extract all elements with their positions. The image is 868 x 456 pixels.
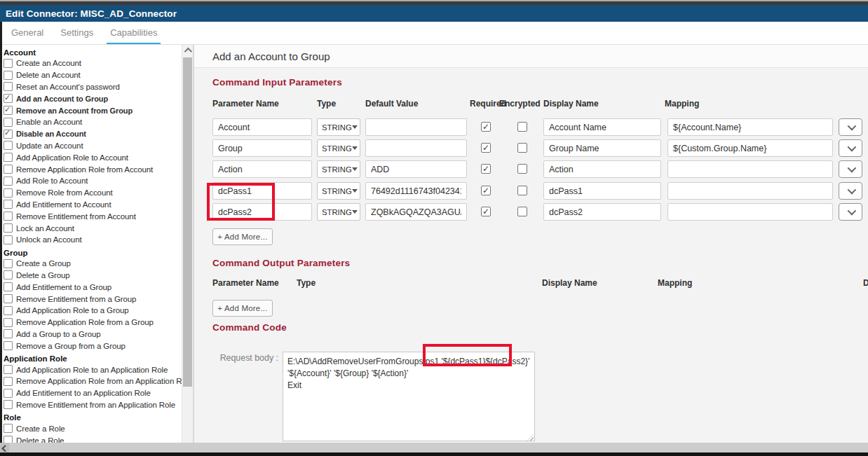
required-checkbox[interactable] <box>481 143 491 153</box>
capability-checkbox[interactable] <box>4 377 13 386</box>
capability-item[interactable]: Add Entitlement to a Group <box>4 281 182 293</box>
default-value-input[interactable] <box>365 203 467 221</box>
mapping-dropdown-button[interactable] <box>839 160 862 178</box>
display-name-input[interactable] <box>543 139 661 157</box>
display-name-input[interactable] <box>543 118 661 136</box>
capability-label: Remove Entitlement from a Group <box>16 295 136 303</box>
capability-item[interactable]: Delete an Account <box>4 69 182 81</box>
required-checkbox[interactable] <box>481 207 491 216</box>
capability-checkbox[interactable] <box>4 400 13 409</box>
type-select[interactable]: STRING <box>317 203 360 221</box>
type-select[interactable]: STRING <box>317 118 360 136</box>
scrollbar-up-button[interactable] <box>182 45 193 56</box>
capability-checkbox[interactable] <box>4 235 13 244</box>
capability-item[interactable]: Create a Group <box>4 258 182 270</box>
capability-item[interactable]: Reset an Account's password <box>4 81 182 93</box>
add-more-input-button[interactable]: + Add More... <box>212 228 273 245</box>
capability-item[interactable]: Remove Entitlement from an Application R… <box>4 399 182 411</box>
mapping-input[interactable] <box>667 160 833 178</box>
capability-checkbox[interactable] <box>4 436 13 443</box>
tab-settings[interactable]: Settings <box>57 22 97 44</box>
capability-item[interactable]: Create a Role <box>4 422 182 434</box>
capability-checkbox[interactable] <box>4 71 13 80</box>
mapping-dropdown-button[interactable] <box>839 182 862 200</box>
capability-checkbox[interactable] <box>4 106 13 115</box>
capability-item[interactable]: Add Entitlement to an Application Role <box>4 387 182 399</box>
capability-label: Create a Role <box>16 424 65 433</box>
capability-item[interactable]: Unlock an Account <box>4 234 182 246</box>
tab-general[interactable]: General <box>8 22 47 44</box>
mapping-input[interactable] <box>667 139 833 157</box>
mapping-input[interactable] <box>667 118 833 136</box>
encrypted-checkbox[interactable] <box>517 207 527 216</box>
default-value-input[interactable] <box>365 139 467 157</box>
mapping-input[interactable] <box>667 203 833 221</box>
mapping-input[interactable] <box>667 182 833 200</box>
chevron-down-icon <box>847 143 856 152</box>
display-name-input[interactable] <box>543 160 661 178</box>
mapping-dropdown-button[interactable] <box>839 139 862 157</box>
capability-section-title: Role <box>4 413 182 422</box>
capability-checkbox[interactable] <box>4 341 13 350</box>
capability-item[interactable]: Create an Account <box>4 57 182 69</box>
capability-item[interactable]: Remove an Account from Group <box>4 104 182 116</box>
capability-checkbox[interactable] <box>4 223 13 233</box>
capability-item[interactable]: Remove Application Role from an Applicat… <box>4 375 182 387</box>
param-row: STRING <box>0 160 868 178</box>
parameter-name-input[interactable] <box>212 139 312 157</box>
display-name-input[interactable] <box>543 182 661 200</box>
capability-checkbox[interactable] <box>4 282 13 291</box>
default-value-input[interactable] <box>365 118 467 136</box>
capability-checkbox[interactable] <box>4 59 13 68</box>
capability-checkbox[interactable] <box>4 318 13 327</box>
capability-item[interactable]: Remove Entitlement from a Group <box>4 293 182 305</box>
capability-item[interactable]: Remove a Group from a Group <box>4 340 182 352</box>
sidebar-scrollbar-thumb[interactable] <box>183 57 192 387</box>
capability-item[interactable]: Add Application Role to an Application R… <box>4 364 182 375</box>
capability-item[interactable]: Add an Account to Group <box>4 92 182 104</box>
type-select[interactable]: STRING <box>317 139 360 157</box>
default-value-input[interactable] <box>365 182 467 200</box>
capability-checkbox[interactable] <box>4 94 13 103</box>
required-checkbox[interactable] <box>481 122 491 132</box>
capability-checkbox[interactable] <box>4 270 13 279</box>
parameter-name-input[interactable] <box>212 182 312 200</box>
capability-checkbox[interactable] <box>4 389 13 398</box>
encrypted-checkbox[interactable] <box>517 164 527 174</box>
capability-item[interactable]: Add Application Role to a Group <box>4 305 182 317</box>
encrypted-checkbox[interactable] <box>517 143 527 153</box>
type-select[interactable]: STRING <box>317 182 360 200</box>
display-name-input[interactable] <box>543 203 661 221</box>
capability-checkbox[interactable] <box>4 329 13 338</box>
capability-item[interactable]: Remove Application Role from a Group <box>4 317 182 329</box>
type-select-value: STRING <box>322 123 352 132</box>
capability-checkbox[interactable] <box>4 82 13 91</box>
required-checkbox[interactable] <box>481 164 491 174</box>
required-checkbox[interactable] <box>481 186 491 195</box>
tab-capabilities[interactable]: Capabilities <box>107 22 161 44</box>
capability-item[interactable]: Delete a Role <box>4 434 182 443</box>
parameter-name-input[interactable] <box>212 160 312 178</box>
default-value-input[interactable] <box>365 160 467 178</box>
scrollbar-left-button[interactable] <box>0 443 9 452</box>
mapping-dropdown-button[interactable] <box>839 118 862 136</box>
add-more-output-button[interactable]: + Add More... <box>212 300 273 317</box>
capability-checkbox[interactable] <box>4 424 13 433</box>
horizontal-scrollbar[interactable] <box>0 443 868 452</box>
request-body-textarea[interactable]: E:\AD\AddRemoveUserFromGroups.ps1 '${dcP… <box>283 352 535 441</box>
capability-checkbox[interactable] <box>4 259 13 268</box>
mapping-dropdown-button[interactable] <box>839 203 862 221</box>
type-select[interactable]: STRING <box>317 160 360 178</box>
capability-item[interactable]: Delete a Group <box>4 270 182 282</box>
capability-item[interactable]: Add a Group to a Group <box>4 329 182 340</box>
encrypted-checkbox[interactable] <box>517 186 527 195</box>
parameter-name-input[interactable] <box>212 203 312 221</box>
encrypted-checkbox[interactable] <box>517 122 527 132</box>
capability-checkbox[interactable] <box>4 294 13 303</box>
chevron-down-icon <box>847 122 856 131</box>
col-display-name: Display Name <box>543 99 599 109</box>
capability-checkbox[interactable] <box>4 306 13 315</box>
capability-checkbox[interactable] <box>4 365 13 374</box>
parameter-name-input[interactable] <box>212 118 312 136</box>
capability-item[interactable]: Lock an Account <box>4 222 182 234</box>
